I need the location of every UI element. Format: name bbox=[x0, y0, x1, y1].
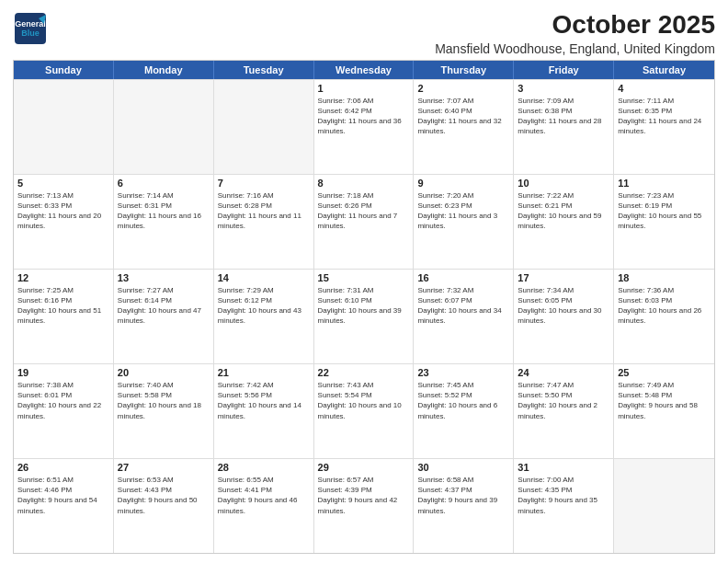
cal-cell: 28Sunrise: 6:55 AM Sunset: 4:41 PM Dayli… bbox=[214, 459, 314, 553]
cal-cell: 29Sunrise: 6:57 AM Sunset: 4:39 PM Dayli… bbox=[314, 459, 415, 553]
cal-cell bbox=[214, 80, 314, 174]
day-info: Sunrise: 7:14 AM Sunset: 6:31 PM Dayligh… bbox=[118, 190, 210, 232]
day-number: 12 bbox=[17, 272, 109, 283]
cal-cell: 26Sunrise: 6:51 AM Sunset: 4:46 PM Dayli… bbox=[14, 459, 114, 553]
day-info: Sunrise: 6:53 AM Sunset: 4:43 PM Dayligh… bbox=[118, 475, 210, 516]
page: General Blue October 2025 Mansfield Wood… bbox=[0, 0, 728, 563]
day-number: 14 bbox=[218, 272, 310, 283]
day-number: 27 bbox=[118, 462, 210, 473]
cal-header-day: Monday bbox=[114, 61, 214, 79]
cal-cell: 30Sunrise: 6:58 AM Sunset: 4:37 PM Dayli… bbox=[414, 459, 514, 553]
header: General Blue October 2025 Mansfield Wood… bbox=[13, 11, 715, 56]
day-number: 21 bbox=[218, 367, 310, 378]
day-info: Sunrise: 7:45 AM Sunset: 5:52 PM Dayligh… bbox=[417, 380, 509, 421]
day-number: 26 bbox=[17, 462, 109, 473]
cal-cell: 25Sunrise: 7:49 AM Sunset: 5:48 PM Dayli… bbox=[614, 364, 714, 458]
day-info: Sunrise: 6:51 AM Sunset: 4:46 PM Dayligh… bbox=[17, 475, 109, 516]
day-info: Sunrise: 7:23 AM Sunset: 6:19 PM Dayligh… bbox=[618, 190, 711, 232]
day-info: Sunrise: 7:31 AM Sunset: 6:10 PM Dayligh… bbox=[318, 285, 410, 327]
cal-cell: 9Sunrise: 7:20 AM Sunset: 6:23 PM Daylig… bbox=[414, 175, 514, 269]
day-info: Sunrise: 6:57 AM Sunset: 4:39 PM Dayligh… bbox=[318, 475, 410, 516]
svg-text:Blue: Blue bbox=[21, 29, 40, 38]
day-number: 29 bbox=[318, 462, 410, 473]
day-info: Sunrise: 7:00 AM Sunset: 4:35 PM Dayligh… bbox=[518, 475, 609, 516]
day-info: Sunrise: 7:07 AM Sunset: 6:40 PM Dayligh… bbox=[417, 96, 509, 137]
day-info: Sunrise: 7:49 AM Sunset: 5:48 PM Dayligh… bbox=[618, 380, 711, 421]
day-number: 8 bbox=[318, 178, 410, 189]
cal-week-row: 12Sunrise: 7:25 AM Sunset: 6:16 PM Dayli… bbox=[14, 269, 714, 363]
cal-week-row: 26Sunrise: 6:51 AM Sunset: 4:46 PM Dayli… bbox=[14, 458, 714, 553]
day-number: 11 bbox=[618, 178, 711, 189]
cal-cell: 20Sunrise: 7:40 AM Sunset: 5:58 PM Dayli… bbox=[114, 364, 214, 458]
cal-cell: 22Sunrise: 7:43 AM Sunset: 5:54 PM Dayli… bbox=[314, 364, 415, 458]
cal-cell: 5Sunrise: 7:13 AM Sunset: 6:33 PM Daylig… bbox=[14, 175, 114, 269]
day-info: Sunrise: 7:29 AM Sunset: 6:12 PM Dayligh… bbox=[218, 285, 310, 327]
cal-cell: 21Sunrise: 7:42 AM Sunset: 5:56 PM Dayli… bbox=[214, 364, 314, 458]
day-number: 16 bbox=[417, 272, 509, 283]
day-number: 15 bbox=[318, 272, 410, 283]
day-info: Sunrise: 7:27 AM Sunset: 6:14 PM Dayligh… bbox=[118, 285, 210, 327]
cal-cell: 24Sunrise: 7:47 AM Sunset: 5:50 PM Dayli… bbox=[514, 364, 614, 458]
cal-cell: 6Sunrise: 7:14 AM Sunset: 6:31 PM Daylig… bbox=[114, 175, 214, 269]
cal-header-day: Thursday bbox=[414, 61, 514, 79]
cal-cell: 12Sunrise: 7:25 AM Sunset: 6:16 PM Dayli… bbox=[14, 270, 114, 363]
logo: General Blue bbox=[13, 11, 48, 50]
day-number: 20 bbox=[118, 367, 210, 378]
day-number: 6 bbox=[118, 178, 210, 189]
day-info: Sunrise: 6:55 AM Sunset: 4:41 PM Dayligh… bbox=[218, 475, 310, 516]
calendar: SundayMondayTuesdayWednesdayThursdayFrid… bbox=[13, 60, 715, 554]
day-info: Sunrise: 7:47 AM Sunset: 5:50 PM Dayligh… bbox=[518, 380, 609, 421]
day-info: Sunrise: 7:20 AM Sunset: 6:23 PM Dayligh… bbox=[417, 190, 509, 232]
day-number: 13 bbox=[118, 272, 210, 283]
cal-cell: 18Sunrise: 7:36 AM Sunset: 6:03 PM Dayli… bbox=[614, 270, 714, 363]
day-info: Sunrise: 7:34 AM Sunset: 6:05 PM Dayligh… bbox=[518, 285, 609, 327]
cal-header-day: Tuesday bbox=[214, 61, 314, 79]
day-info: Sunrise: 7:43 AM Sunset: 5:54 PM Dayligh… bbox=[318, 380, 410, 421]
cal-cell: 27Sunrise: 6:53 AM Sunset: 4:43 PM Dayli… bbox=[114, 459, 214, 553]
cal-cell: 7Sunrise: 7:16 AM Sunset: 6:28 PM Daylig… bbox=[214, 175, 314, 269]
cal-cell: 23Sunrise: 7:45 AM Sunset: 5:52 PM Dayli… bbox=[414, 364, 514, 458]
cal-header-day: Saturday bbox=[614, 61, 714, 79]
cal-cell: 13Sunrise: 7:27 AM Sunset: 6:14 PM Dayli… bbox=[114, 270, 214, 363]
day-info: Sunrise: 6:58 AM Sunset: 4:37 PM Dayligh… bbox=[417, 475, 509, 516]
cal-cell: 16Sunrise: 7:32 AM Sunset: 6:07 PM Dayli… bbox=[414, 270, 514, 363]
cal-cell bbox=[114, 80, 214, 174]
day-number: 22 bbox=[318, 367, 410, 378]
day-number: 28 bbox=[218, 462, 310, 473]
calendar-body: 1Sunrise: 7:06 AM Sunset: 6:42 PM Daylig… bbox=[14, 79, 714, 553]
day-info: Sunrise: 7:16 AM Sunset: 6:28 PM Dayligh… bbox=[218, 190, 310, 232]
day-number: 9 bbox=[417, 178, 509, 189]
day-number: 23 bbox=[417, 367, 509, 378]
day-info: Sunrise: 7:06 AM Sunset: 6:42 PM Dayligh… bbox=[318, 96, 410, 137]
cal-header-day: Friday bbox=[514, 61, 614, 79]
cal-header-day: Wednesday bbox=[314, 61, 415, 79]
cal-cell bbox=[614, 459, 714, 553]
main-title: October 2025 bbox=[435, 11, 715, 40]
day-number: 4 bbox=[618, 83, 711, 94]
day-info: Sunrise: 7:42 AM Sunset: 5:56 PM Dayligh… bbox=[218, 380, 310, 421]
day-number: 30 bbox=[417, 462, 509, 473]
day-number: 1 bbox=[318, 83, 410, 94]
day-info: Sunrise: 7:40 AM Sunset: 5:58 PM Dayligh… bbox=[118, 380, 210, 421]
day-info: Sunrise: 7:11 AM Sunset: 6:35 PM Dayligh… bbox=[618, 96, 711, 137]
day-number: 5 bbox=[17, 178, 109, 189]
title-block: October 2025 Mansfield Woodhouse, Englan… bbox=[435, 11, 715, 56]
day-number: 18 bbox=[618, 272, 711, 283]
subtitle: Mansfield Woodhouse, England, United Kin… bbox=[435, 41, 715, 56]
cal-week-row: 1Sunrise: 7:06 AM Sunset: 6:42 PM Daylig… bbox=[14, 79, 714, 174]
day-info: Sunrise: 7:22 AM Sunset: 6:21 PM Dayligh… bbox=[518, 190, 609, 232]
cal-cell: 17Sunrise: 7:34 AM Sunset: 6:05 PM Dayli… bbox=[514, 270, 614, 363]
day-info: Sunrise: 7:18 AM Sunset: 6:26 PM Dayligh… bbox=[318, 190, 410, 232]
day-info: Sunrise: 7:38 AM Sunset: 6:01 PM Dayligh… bbox=[17, 380, 109, 421]
day-info: Sunrise: 7:13 AM Sunset: 6:33 PM Dayligh… bbox=[17, 190, 109, 232]
day-number: 31 bbox=[518, 462, 609, 473]
cal-cell: 14Sunrise: 7:29 AM Sunset: 6:12 PM Dayli… bbox=[214, 270, 314, 363]
day-info: Sunrise: 7:36 AM Sunset: 6:03 PM Dayligh… bbox=[618, 285, 711, 327]
cal-header-day: Sunday bbox=[14, 61, 114, 79]
day-number: 3 bbox=[518, 83, 609, 94]
cal-cell: 8Sunrise: 7:18 AM Sunset: 6:26 PM Daylig… bbox=[314, 175, 415, 269]
day-info: Sunrise: 7:32 AM Sunset: 6:07 PM Dayligh… bbox=[417, 285, 509, 327]
calendar-header-row: SundayMondayTuesdayWednesdayThursdayFrid… bbox=[14, 61, 714, 79]
cal-cell: 15Sunrise: 7:31 AM Sunset: 6:10 PM Dayli… bbox=[314, 270, 415, 363]
cal-cell: 3Sunrise: 7:09 AM Sunset: 6:38 PM Daylig… bbox=[514, 80, 614, 174]
